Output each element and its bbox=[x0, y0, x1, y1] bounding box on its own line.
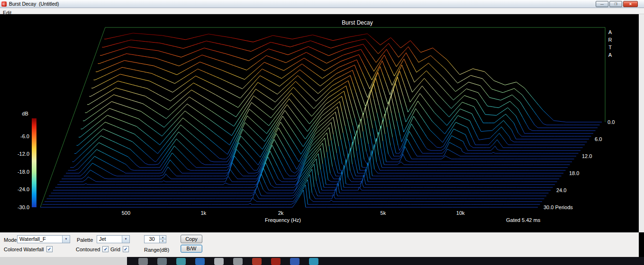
copy-button[interactable]: Copy bbox=[181, 235, 202, 243]
minimize-icon: — bbox=[600, 2, 604, 6]
db-tick-label: -6.0 bbox=[20, 133, 29, 139]
app-icon: C bbox=[1, 1, 7, 7]
freq-tick-label: 500 bbox=[122, 210, 130, 216]
db-tick-label: -24.0 bbox=[18, 186, 29, 192]
period-tick-label: 30.0 Periods bbox=[544, 204, 573, 210]
chevron-down-icon: ▼ bbox=[125, 238, 127, 240]
db-tick-label: -30.0 bbox=[18, 204, 29, 210]
db-tick-label: -12.0 bbox=[18, 151, 29, 157]
grid-label: Grid bbox=[110, 247, 120, 252]
frequency-axis-label: Frequency (Hz) bbox=[212, 217, 354, 223]
taskbar bbox=[0, 257, 644, 265]
grid-checkbox-group: Grid ✓ bbox=[110, 246, 129, 253]
freq-tick-label: 10k bbox=[456, 210, 465, 216]
window-buttons: — ❐ ✕ bbox=[595, 1, 638, 7]
mode-select[interactable]: Waterfall_F ▼ bbox=[17, 235, 70, 243]
close-button[interactable]: ✕ bbox=[623, 1, 638, 7]
colored-waterfall-checkbox-group: Colored Waterfall ✓ bbox=[4, 246, 53, 253]
menu-bar: Edit bbox=[0, 8, 644, 14]
period-tick-label: 0.0 bbox=[608, 119, 615, 125]
contoured-label: Contoured bbox=[76, 247, 100, 252]
db-tick-label: -18.0 bbox=[18, 169, 29, 175]
arta-watermark: ARTA bbox=[607, 28, 613, 59]
colored-waterfall-label: Colored Waterfall bbox=[4, 247, 44, 252]
taskbar-icons bbox=[138, 258, 318, 265]
grid-checkbox[interactable]: ✓ bbox=[123, 246, 129, 252]
maximize-button[interactable]: ❐ bbox=[609, 1, 622, 7]
chevron-down-icon: ▼ bbox=[65, 238, 68, 240]
range-input[interactable]: 30 bbox=[144, 235, 160, 243]
mode-select-value: Waterfall_F bbox=[19, 236, 46, 242]
range-db-label: Range(dB) bbox=[144, 247, 169, 253]
control-panel: Mode Waterfall_F ▼ Palette Jet ▼ 30 ▲ ▼ … bbox=[0, 232, 639, 257]
window-title: Burst Decay (Untitled) bbox=[9, 1, 59, 7]
window-titlebar: C Burst Decay (Untitled) — ❐ ✕ bbox=[0, 0, 644, 8]
palette-select[interactable]: Jet ▼ bbox=[97, 235, 130, 243]
contoured-checkbox-group: Contoured ✓ bbox=[76, 246, 109, 253]
taskbar-icon[interactable] bbox=[176, 258, 186, 265]
spinner-down-icon[interactable]: ▼ bbox=[159, 239, 166, 243]
palette-label: Palette bbox=[77, 237, 93, 243]
close-icon: ✕ bbox=[629, 2, 632, 6]
bw-button[interactable]: B/W bbox=[181, 245, 202, 253]
db-axis-unit-label: dB bbox=[17, 111, 33, 116]
contoured-checkbox[interactable]: ✓ bbox=[102, 246, 109, 252]
dropdown-arrow-icon[interactable]: ▼ bbox=[122, 236, 129, 243]
taskbar-icon[interactable] bbox=[157, 258, 167, 265]
period-tick-label: 6.0 bbox=[595, 136, 602, 142]
freq-tick-label: 5k bbox=[381, 210, 386, 216]
freq-tick-label: 2k bbox=[278, 210, 284, 216]
period-tick-label: 18.0 bbox=[569, 170, 579, 176]
taskbar-icon[interactable] bbox=[271, 258, 281, 265]
maximize-icon: ❐ bbox=[614, 2, 617, 6]
gated-info-label: Gated 5.42 ms bbox=[506, 217, 582, 223]
plot-title: Burst Decay bbox=[286, 19, 428, 26]
taskbar-icon[interactable] bbox=[290, 258, 299, 265]
window-right-border bbox=[639, 14, 644, 232]
mode-label: Mode bbox=[4, 237, 17, 243]
period-tick-label: 24.0 bbox=[556, 187, 566, 193]
plot-area: 5001k2k5k10k0.06.012.018.024.030.0 Perio… bbox=[0, 14, 639, 232]
taskbar-icon[interactable] bbox=[214, 258, 224, 265]
palette-select-value: Jet bbox=[99, 236, 106, 242]
taskbar-icon[interactable] bbox=[233, 258, 243, 265]
taskbar-left-segment bbox=[0, 257, 127, 265]
freq-tick-label: 1k bbox=[200, 210, 206, 216]
minimize-button[interactable]: — bbox=[596, 1, 608, 7]
range-spinner[interactable]: ▲ ▼ bbox=[159, 235, 166, 243]
period-tick-label: 12.0 bbox=[582, 153, 592, 159]
taskbar-icon[interactable] bbox=[252, 258, 262, 265]
taskbar-icon[interactable] bbox=[195, 258, 205, 265]
arta-burst-decay-window: C Burst Decay (Untitled) — ❐ ✕ Edit 5001… bbox=[0, 0, 644, 265]
taskbar-icon[interactable] bbox=[309, 258, 318, 265]
dropdown-arrow-icon[interactable]: ▼ bbox=[62, 236, 70, 243]
taskbar-icon[interactable] bbox=[138, 258, 148, 265]
db-color-bar bbox=[32, 118, 36, 207]
burst-decay-waterfall-chart: 5001k2k5k10k0.06.012.018.024.030.0 Perio… bbox=[0, 14, 639, 232]
colored-waterfall-checkbox[interactable]: ✓ bbox=[46, 246, 53, 252]
